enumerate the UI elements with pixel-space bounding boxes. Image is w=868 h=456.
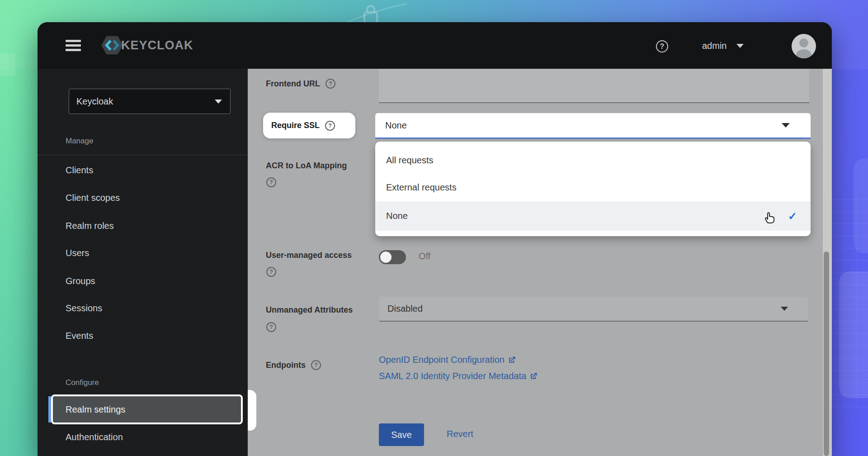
help-icon[interactable]: ? xyxy=(326,79,335,89)
sidebar-item-label: Realm settings xyxy=(66,404,125,415)
chevron-down-icon xyxy=(781,307,788,311)
scrollbar-track[interactable] xyxy=(823,69,832,456)
checkmark-icon: ✓ xyxy=(788,210,797,223)
chevron-down-icon xyxy=(736,44,744,48)
require-ssl-value: None xyxy=(385,120,782,131)
sidebar-section-manage: Manage xyxy=(66,137,93,146)
user-managed-access-toggle[interactable] xyxy=(379,250,406,264)
user-menu[interactable]: admin xyxy=(702,41,744,51)
unmanaged-attributes-label: Unmanaged Attributes xyxy=(266,305,353,315)
sidebar-section-configure: Configure xyxy=(66,378,99,387)
user-menu-label: admin xyxy=(702,41,726,51)
saml-metadata-link[interactable]: SAML 2.0 Identity Provider Metadata xyxy=(379,371,538,381)
sidebar-item-groups[interactable]: Groups xyxy=(66,276,95,286)
avatar-person-icon xyxy=(792,34,816,58)
openid-endpoint-link[interactable]: OpenID Endpoint Configuration xyxy=(379,355,516,365)
option-all-requests[interactable]: All requests xyxy=(375,149,811,171)
option-none-selected[interactable]: None ✓ xyxy=(375,201,811,231)
user-managed-access-label: User-managed access xyxy=(266,251,352,260)
chevron-down-icon xyxy=(215,100,222,104)
sidebar-item-events[interactable]: Events xyxy=(66,331,93,341)
help-icon[interactable]: ? xyxy=(266,177,276,187)
help-icon[interactable]: ? xyxy=(311,360,321,370)
background-shape xyxy=(854,158,868,253)
sidebar-item-users[interactable]: Users xyxy=(66,248,89,258)
chevron-down-icon xyxy=(782,123,790,128)
realm-selector[interactable]: Keycloak xyxy=(69,89,231,114)
help-icon[interactable]: ? xyxy=(266,322,276,332)
padlock-icon xyxy=(360,2,381,25)
help-icon[interactable]: ? xyxy=(656,40,668,52)
sidebar-item-sessions[interactable]: Sessions xyxy=(66,303,102,314)
hand-cursor xyxy=(763,209,778,225)
background-square xyxy=(0,53,15,76)
scrollbar-thumb[interactable] xyxy=(824,252,829,456)
require-ssl-label-highlight: Require SSL ? xyxy=(263,113,355,138)
unmanaged-attributes-value: Disabled xyxy=(387,304,781,314)
sidebar-item-realm-roles[interactable]: Realm roles xyxy=(66,221,114,231)
toggle-knob xyxy=(380,252,392,263)
help-icon[interactable]: ? xyxy=(266,267,276,277)
hamburger-menu-icon[interactable] xyxy=(66,40,81,52)
save-button[interactable]: Save xyxy=(379,423,424,446)
frontend-url-label: Frontend URL ? xyxy=(266,79,335,89)
endpoints-label: Endpoints ? xyxy=(266,360,321,370)
require-ssl-select[interactable]: None xyxy=(375,113,811,139)
external-link-icon xyxy=(529,372,538,380)
avatar[interactable] xyxy=(792,34,816,58)
unmanaged-attributes-select[interactable]: Disabled xyxy=(379,297,808,322)
background-shape xyxy=(839,271,868,398)
require-ssl-dropdown-menu: All requests External requests None ✓ xyxy=(375,142,811,236)
keycloak-admin-window: KEYCLOAK ? admin Keycloak Manage xyxy=(38,22,832,456)
keycloak-logo-icon xyxy=(100,33,124,57)
realm-selector-value: Keycloak xyxy=(76,96,215,107)
external-link-icon xyxy=(508,356,516,364)
divider xyxy=(38,155,248,155)
sidebar-item-client-scopes[interactable]: Client scopes xyxy=(66,193,120,203)
sidebar-item-realm-settings[interactable]: Realm settings xyxy=(51,394,243,424)
sidebar-item-authentication[interactable]: Authentication xyxy=(66,432,123,442)
sidebar: Keycloak Manage Clients Client scopes Re… xyxy=(38,69,248,456)
revert-button[interactable]: Revert xyxy=(447,429,473,439)
screen: KEYCLOAK ? admin Keycloak Manage xyxy=(0,0,868,456)
frontend-url-input[interactable] xyxy=(379,69,809,103)
app-header: KEYCLOAK ? admin xyxy=(38,22,832,69)
keycloak-logo-text: KEYCLOAK xyxy=(121,38,193,52)
toggle-state-label: Off xyxy=(419,251,430,261)
keycloak-logo: KEYCLOAK xyxy=(100,33,193,57)
realm-settings-form: Frontend URL ? Require SSL ? None All re… xyxy=(248,69,832,456)
sidebar-item-clients[interactable]: Clients xyxy=(66,165,93,176)
help-icon[interactable]: ? xyxy=(325,121,335,131)
acr-loa-mapping-label: ACR to LoA Mapping xyxy=(266,161,347,171)
option-external-requests[interactable]: External requests xyxy=(375,176,811,199)
